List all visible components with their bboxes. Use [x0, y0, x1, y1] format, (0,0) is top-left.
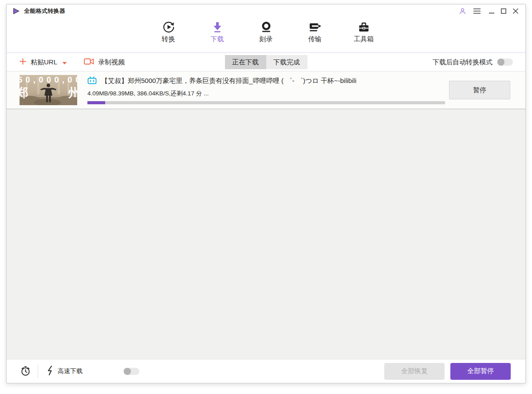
record-video-label: 录制视频 — [98, 58, 125, 67]
convert-icon — [162, 20, 175, 34]
transfer-icon — [308, 20, 322, 34]
main-nav: 转换 下载 刻录 传输 工具箱 — [7, 18, 525, 53]
thumbnail-price-text: 50,000,00 — [20, 75, 77, 84]
menu-icon[interactable] — [473, 7, 481, 16]
toggle-knob — [124, 368, 131, 375]
download-list-empty-area — [7, 109, 525, 359]
video-thumbnail: 50,000,00 郑 州 — [20, 75, 77, 105]
minimize-button[interactable] — [487, 7, 496, 16]
auto-convert-label: 下载后自动转换模式 — [433, 58, 493, 67]
thumbnail-right-char: 州 — [68, 86, 77, 99]
toolbar: 粘贴URL 录制视频 正在下载 下载完成 下载后自动转换模式 — [7, 53, 525, 71]
app-logo-icon — [12, 7, 21, 16]
pause-all-button[interactable]: 全部暂停 — [450, 363, 511, 380]
close-button[interactable] — [511, 7, 520, 16]
tab-convert[interactable]: 转换 — [151, 20, 186, 52]
pause-button[interactable]: 暂停 — [449, 81, 510, 99]
account-icon[interactable] — [458, 7, 467, 16]
bilibili-tv-icon — [87, 76, 97, 86]
download-task-info: 【艾叔】郑州5000万豪宅里，养条巨贵有没有排面_哔哩哔哩 ( ゜- ゜)つロ … — [87, 76, 445, 104]
high-speed-toggle[interactable] — [123, 368, 139, 375]
app-window: 全能格式转换器 转换 — [6, 4, 526, 383]
desktop-background: 全能格式转换器 转换 — [0, 0, 532, 394]
footer-bar: 高速下载 全部恢复 全部暂停 — [7, 359, 525, 383]
download-icon — [211, 20, 224, 34]
high-speed-download: 高速下载 — [46, 365, 83, 377]
tab-download-complete[interactable]: 下载完成 — [266, 55, 307, 69]
tab-toolbox-label: 工具箱 — [354, 35, 374, 43]
tab-transfer[interactable]: 传输 — [298, 20, 332, 52]
video-title: 【艾叔】郑州5000万豪宅里，养条巨贵有没有排面_哔哩哔哩 ( ゜- ゜)つロ … — [101, 77, 356, 85]
tab-downloading[interactable]: 正在下载 — [225, 55, 266, 69]
app-title: 全能格式转换器 — [24, 7, 65, 15]
tab-toolbox[interactable]: 工具箱 — [347, 20, 381, 52]
toolbar-left: 粘贴URL 录制视频 — [19, 58, 125, 67]
tab-burn-label: 刻录 — [260, 35, 273, 43]
lightning-icon — [46, 365, 54, 377]
tab-transfer-label: 传输 — [308, 35, 322, 43]
progress-bar-fill — [87, 101, 105, 104]
titlebar: 全能格式转换器 — [7, 4, 525, 18]
tab-download-label: 下载 — [211, 35, 224, 43]
footer-buttons: 全部恢复 全部暂停 — [384, 363, 511, 380]
video-camera-icon — [84, 58, 94, 67]
record-video-button[interactable]: 录制视频 — [84, 58, 125, 67]
plus-icon — [19, 58, 27, 67]
tab-download[interactable]: 下载 — [200, 20, 235, 52]
chevron-down-icon[interactable] — [62, 59, 67, 66]
high-speed-label: 高速下载 — [58, 367, 83, 375]
footer-divider — [38, 365, 38, 378]
download-progress-text: 4.09MB/98.39MB, 386.04KB/S,还剩4.17 分 ... — [87, 90, 445, 98]
auto-convert-toggle[interactable] — [497, 59, 513, 66]
maximize-button[interactable] — [499, 7, 508, 16]
download-task-row[interactable]: 50,000,00 郑 州 【艾叔】郑州5000万豪宅里，养条巨贵有没有排面_哔… — [7, 71, 525, 109]
progress-bar — [87, 101, 445, 104]
resume-all-button[interactable]: 全部恢复 — [384, 363, 445, 380]
toggle-knob — [497, 59, 504, 66]
window-controls — [458, 7, 520, 16]
tab-burn[interactable]: 刻录 — [249, 20, 284, 52]
paste-url-button[interactable]: 粘贴URL — [19, 58, 67, 67]
tab-convert-label: 转换 — [162, 35, 175, 43]
burn-icon — [260, 20, 272, 34]
toolbar-right: 下载后自动转换模式 — [433, 58, 513, 67]
toolbox-icon — [358, 20, 370, 34]
schedule-alarm-icon[interactable] — [20, 366, 31, 377]
download-state-tabs: 正在下载 下载完成 — [225, 55, 307, 69]
thumbnail-left-char: 郑 — [20, 86, 28, 99]
paste-url-label: 粘贴URL — [31, 58, 57, 67]
